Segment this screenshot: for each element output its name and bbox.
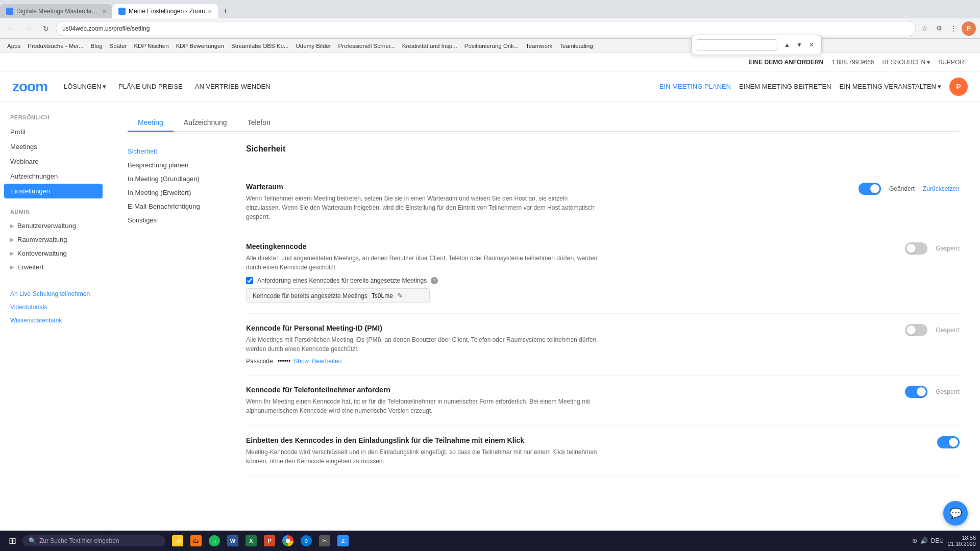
extensions-icon[interactable]: ⚙ xyxy=(933,22,945,35)
tab-aufzeichnung[interactable]: Aufzeichnung xyxy=(174,114,237,132)
meetingkenncode-toggle[interactable] xyxy=(905,242,927,255)
telefon-toggle[interactable] xyxy=(905,386,927,398)
chrome-profile-button[interactable]: P xyxy=(962,21,976,36)
search-prev-button[interactable]: ▲ xyxy=(781,39,793,51)
einbetten-toggle[interactable] xyxy=(937,436,960,448)
bookmark-udemy[interactable]: Udemy Bilder xyxy=(293,42,334,50)
taskbar-app-explorer[interactable]: 📁 xyxy=(169,533,186,549)
tab-telefon[interactable]: Telefon xyxy=(237,114,281,132)
sidebar-item-einstellungen[interactable]: Einstellungen xyxy=(4,184,103,198)
bookmark-streamlabs[interactable]: Streamlabs OBS Ko... xyxy=(228,42,292,50)
bookmark-spaeter[interactable]: Später xyxy=(107,42,130,50)
browser-tab-2[interactable]: Meine Einstellungen - Zoom ✕ xyxy=(112,4,218,18)
sidebar-item-meetings[interactable]: Meetings xyxy=(0,139,107,154)
warteraum-action2[interactable]: Zurücksetzen xyxy=(923,185,960,192)
sidebar-item-raumverwaltung[interactable]: ▶ Raumverwaltung xyxy=(0,233,107,246)
new-tab-button[interactable]: + xyxy=(218,4,232,18)
nav-email[interactable]: E-Mail-Benachrichtigung xyxy=(128,199,230,213)
nav-sonstiges[interactable]: Sonstiges xyxy=(128,213,230,227)
refresh-button[interactable]: ↻ xyxy=(39,21,53,36)
sidebar-item-profil[interactable]: Profil xyxy=(0,124,107,139)
more-menu-icon[interactable]: ⋮ xyxy=(947,22,960,35)
taskbar-app-edge[interactable]: e xyxy=(298,533,314,549)
bookmark-apps[interactable]: Apps xyxy=(4,42,23,50)
nav-vertrieb[interactable]: AN VERTRIEB WENDEN xyxy=(195,83,271,90)
bookmark-kdp-bewertungen[interactable]: KDP Bewertungen xyxy=(173,42,227,50)
passcode-show-link[interactable]: Show xyxy=(293,358,309,365)
setting-row-pmi: Kenncode für Personal Meeting-ID (PMI) A… xyxy=(246,314,960,375)
warteraum-action1[interactable]: Geändert xyxy=(889,185,915,192)
help-icon[interactable]: ? xyxy=(431,277,438,284)
live-schulung-link[interactable]: An Live-Schulung teilnehmen xyxy=(10,290,96,297)
tab1-close[interactable]: ✕ xyxy=(102,9,106,14)
nav-loesungen[interactable]: LÖSUNGEN ▾ xyxy=(64,83,106,90)
support-button[interactable]: SUPPORT xyxy=(938,59,968,66)
taskbar-app-word[interactable]: W xyxy=(225,533,241,549)
plan-meeting-button[interactable]: EIN MEETING PLANEN xyxy=(659,83,731,90)
kenncode-checkbox[interactable] xyxy=(246,277,253,284)
nav-sicherheit[interactable]: Sicherheit xyxy=(128,144,230,158)
forward-button[interactable]: → xyxy=(21,21,36,36)
warteraum-toggle[interactable] xyxy=(859,183,881,195)
passcode-field: Kenncode für bereits angesetzte Meetings… xyxy=(246,288,430,303)
pmi-toggle[interactable] xyxy=(905,324,927,336)
tab2-close[interactable]: ✕ xyxy=(208,9,212,14)
passcode-edit-icon[interactable]: ✎ xyxy=(397,292,403,299)
zoom-logo: zoom xyxy=(12,79,47,95)
bookmark-blog[interactable]: Blog xyxy=(88,42,106,50)
sidebar-item-aufzeichnungen[interactable]: Aufzeichnungen xyxy=(0,169,107,184)
taskbar-app-spotify[interactable]: ♫ xyxy=(206,533,223,549)
back-button[interactable]: ← xyxy=(4,21,18,36)
taskbar-app-chrome[interactable] xyxy=(280,533,296,549)
bookmark-positionierung[interactable]: Positionierung Onli... xyxy=(461,42,522,50)
nav-besprechung[interactable]: Besprechung planen xyxy=(128,158,230,172)
search-close-button[interactable]: ✕ xyxy=(806,39,817,51)
passcode-edit-link[interactable]: Bearbeiten xyxy=(312,358,341,365)
settings-content: Sicherheit Warteraum Wenn Teilnehmer ein… xyxy=(246,144,960,477)
browser-toolbar: ← → ↻ ☆ ⚙ ⋮ P xyxy=(0,18,980,39)
sidebar-item-benutzerverwaltung[interactable]: ▶ Benutzerverwaltung xyxy=(0,219,107,233)
produkt-label: Produktsuche - Mer... xyxy=(28,43,83,49)
bookmark-professionell[interactable]: Professionell Schrei... xyxy=(335,42,398,50)
loesungen-arrow: ▾ xyxy=(103,83,106,90)
taskbar-app-powerpoint[interactable]: P xyxy=(261,533,278,549)
taskbar-app-excel[interactable]: X xyxy=(243,533,259,549)
language-indicator: DEU xyxy=(931,537,944,544)
find-input[interactable] xyxy=(696,39,777,51)
bookmark-teamwork[interactable]: Teamwork xyxy=(523,42,555,50)
tab-meeting[interactable]: Meeting xyxy=(128,114,174,132)
taskbar-app-zoom[interactable]: Z xyxy=(335,533,351,549)
user-avatar[interactable]: P xyxy=(949,78,968,96)
taskbar-search[interactable]: 🔍 Zur Suche Text hier eingeben xyxy=(22,535,165,546)
browser-frame: Digitale Meetings Masterclass: E... ✕ Me… xyxy=(0,0,980,53)
passcode-value: Ts0Lme xyxy=(372,292,393,299)
sidebar-item-erweitert[interactable]: ▶ Erweitert xyxy=(0,260,107,274)
resources-button[interactable]: RESSOURCEN ▾ xyxy=(883,59,930,66)
chat-bubble-button[interactable]: 💬 xyxy=(943,501,968,525)
address-bar[interactable] xyxy=(56,21,916,36)
taskbar-app-files[interactable]: 🗂 xyxy=(188,533,204,549)
join-meeting-button[interactable]: EINEM MEETING BEITRETEN xyxy=(739,83,831,90)
bookmark-icon[interactable]: ☆ xyxy=(919,22,931,35)
bookmark-kdp-nischen[interactable]: KDP Nischen xyxy=(131,42,172,50)
edge-icon: e xyxy=(301,535,312,546)
toolbar-icons: ☆ ⚙ ⋮ P xyxy=(919,21,976,36)
bookmark-kreativitaet[interactable]: Kreativität und Insp... xyxy=(399,42,460,50)
browser-tab-1[interactable]: Digitale Meetings Masterclass: E... ✕ xyxy=(0,4,112,18)
wissensdatenbank-link[interactable]: Wissensdatenbank xyxy=(10,317,96,324)
sidebar-item-webinare[interactable]: Webinare xyxy=(0,154,107,169)
demo-button[interactable]: EINE DEMO ANFORDERN xyxy=(748,59,823,66)
videotutorials-link[interactable]: Videotutorials xyxy=(10,304,96,311)
sidebar-item-kontoverwaltung[interactable]: ▶ Kontoverwaltung xyxy=(0,246,107,260)
search-next-button[interactable]: ▼ xyxy=(794,39,805,51)
bookmark-produkt[interactable]: Produktsuche - Mer... xyxy=(24,42,86,50)
nav-in-meeting-erweitert[interactable]: In Meeting (Erweitert) xyxy=(128,186,230,199)
pmi-desc: Alle Meetings mit Persönlichen Meeting-I… xyxy=(246,335,603,354)
bookmark-teamleading[interactable]: Teamleading xyxy=(556,42,596,50)
host-meeting-button[interactable]: EIN MEETING VERANSTALTEN ▾ xyxy=(840,83,942,90)
nav-plaene[interactable]: PLÄNE UND PREISE xyxy=(118,83,183,90)
nav-in-meeting-grundlagen[interactable]: In Meeting (Grundlagen) xyxy=(128,172,230,186)
benutzerverwaltung-expand-icon: ▶ xyxy=(10,223,14,229)
start-button[interactable]: ⊞ xyxy=(4,533,20,549)
taskbar-app-snip[interactable]: ✂ xyxy=(316,533,333,549)
